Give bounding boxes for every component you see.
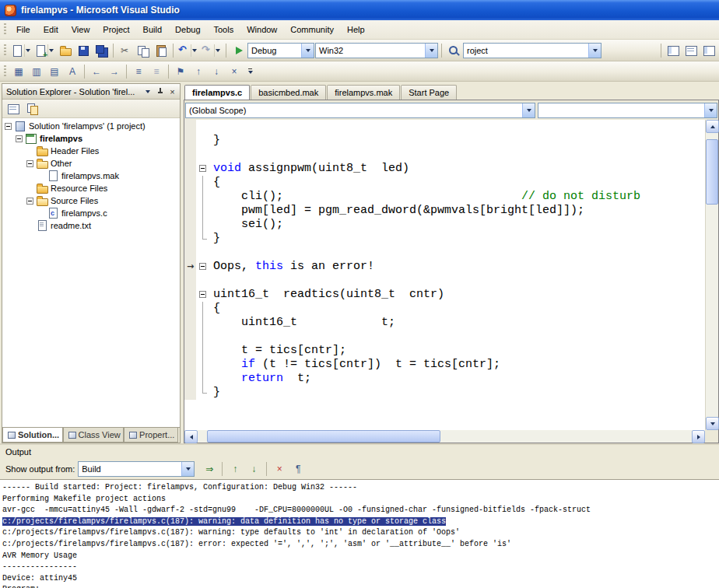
scroll-up-button[interactable] — [706, 120, 719, 133]
next-message-button[interactable]: ↓ — [245, 460, 262, 478]
previous-bookmark-button[interactable]: ↑ — [190, 63, 207, 80]
decrease-indent-button[interactable]: ← — [88, 63, 105, 80]
scrollbar-thumb[interactable] — [207, 430, 440, 443]
tree-item-firelampvs[interactable]: firelampvs — [2, 132, 180, 145]
menu-edit[interactable]: Edit — [37, 22, 65, 37]
fold-collapse-icon[interactable] — [199, 291, 206, 298]
chevron-down-icon[interactable] — [47, 44, 54, 57]
panel-tab-class-view[interactable]: Class View — [63, 428, 125, 443]
menu-tools[interactable]: Tools — [208, 22, 240, 37]
undo-button[interactable] — [177, 42, 199, 59]
cut-button[interactable] — [117, 42, 134, 59]
toolbar-grip[interactable] — [4, 44, 6, 57]
member-combo[interactable] — [538, 103, 717, 118]
scrollbar-thumb[interactable] — [706, 139, 718, 205]
menu-file[interactable]: File — [10, 22, 37, 37]
toolbar-options-button[interactable] — [245, 64, 255, 79]
output-source-combo[interactable]: Build — [78, 461, 195, 477]
chevron-down-icon[interactable] — [704, 103, 717, 117]
panel-tab-solution[interactable]: Solution... — [2, 428, 63, 443]
window-position-button[interactable] — [142, 86, 153, 97]
uncomment-selection-button[interactable]: ≡ — [148, 63, 165, 80]
menu-window[interactable]: Window — [240, 22, 283, 37]
member-list-button[interactable]: ▦ — [10, 63, 27, 80]
tree-item-resource-files[interactable]: Resource Files — [2, 182, 180, 194]
tree-expander[interactable] — [26, 160, 33, 167]
chevron-down-icon[interactable] — [301, 44, 314, 58]
chevron-down-icon[interactable] — [214, 44, 221, 57]
menu-community[interactable]: Community — [284, 22, 340, 37]
tree-item-firelampvs-mak[interactable]: firelampvs.mak — [2, 170, 180, 182]
menu-help[interactable]: Help — [341, 22, 371, 37]
solution-platforms-combo[interactable]: Win32 — [315, 43, 438, 58]
tree-expander[interactable] — [26, 198, 33, 205]
auto-hide-pin-button[interactable] — [154, 86, 166, 97]
menu-debug[interactable]: Debug — [169, 22, 206, 37]
tree-item-solution-firelampvs-1-project[interactable]: Solution 'firelampvs' (1 project) — [2, 120, 180, 132]
toggle-word-wrap-button[interactable]: ¶ — [289, 460, 307, 478]
solution-explorer-titlebar[interactable]: Solution Explorer - Solution 'firel... × — [2, 84, 180, 100]
tree-item-source-files[interactable]: Source Files — [2, 194, 180, 207]
horizontal-scrollbar[interactable] — [184, 430, 705, 443]
tree-item-header-files[interactable]: Header Files — [2, 145, 180, 157]
chevron-down-icon[interactable] — [181, 462, 194, 476]
comment-selection-button[interactable]: ≡ — [130, 63, 147, 80]
tree-expander[interactable] — [16, 135, 23, 142]
document-tab-firelampvs-c[interactable]: firelampvs.c — [184, 85, 250, 100]
new-project-button[interactable] — [10, 42, 33, 59]
increase-indent-button[interactable]: → — [106, 63, 123, 80]
tree-item-readme-txt[interactable]: readme.txt — [2, 219, 180, 232]
tree-item-firelampvs-c[interactable]: firelampvs.c — [2, 207, 180, 219]
quick-info-button[interactable]: ▤ — [46, 63, 63, 80]
solution-explorer-button[interactable] — [665, 42, 682, 59]
fold-collapse-icon[interactable] — [199, 165, 206, 172]
scroll-down-button[interactable] — [706, 417, 719, 430]
tree-expander[interactable] — [5, 123, 12, 130]
chevron-down-icon[interactable] — [522, 103, 535, 117]
show-all-files-button[interactable] — [23, 100, 40, 117]
redo-button[interactable] — [200, 42, 223, 59]
menu-build[interactable]: Build — [137, 22, 168, 37]
scroll-right-button[interactable] — [692, 430, 705, 443]
open-file-button[interactable] — [57, 42, 74, 59]
chevron-down-icon[interactable] — [588, 44, 601, 58]
scroll-left-button[interactable] — [184, 430, 198, 443]
toolbar-grip[interactable] — [4, 65, 6, 78]
scope-combo[interactable]: (Global Scope) — [185, 103, 535, 118]
panel-tab-propert[interactable]: Propert... — [124, 428, 178, 443]
document-tab-firelampvs-mak[interactable]: firelampvs.mak — [327, 85, 400, 100]
close-button[interactable]: × — [167, 86, 178, 97]
chevron-down-icon[interactable] — [425, 44, 437, 58]
scrollbar-track[interactable] — [198, 430, 692, 443]
start-debugging-button[interactable] — [230, 42, 247, 59]
output-log[interactable]: ------ Build started: Project: firelampv… — [0, 479, 719, 588]
save-all-button[interactable] — [93, 42, 110, 59]
title-bar[interactable]: firelampvs - Microsoft Visual Studio — [0, 0, 719, 20]
properties-button[interactable] — [5, 100, 22, 117]
copy-button[interactable] — [135, 42, 152, 59]
menu-view[interactable]: View — [65, 22, 96, 37]
add-new-item-button[interactable] — [33, 42, 56, 59]
scrollbar-track[interactable] — [706, 133, 718, 417]
document-tab-start-page[interactable]: Start Page — [401, 85, 457, 100]
properties-window-button[interactable] — [682, 42, 700, 59]
find-button[interactable] — [445, 42, 462, 59]
complete-word-button[interactable]: A — [64, 63, 81, 80]
fold-collapse-icon[interactable] — [199, 263, 206, 270]
clear-bookmarks-button[interactable]: × — [226, 63, 243, 80]
previous-message-button[interactable]: ↑ — [226, 460, 244, 478]
goto-message-button[interactable]: ⇒ — [201, 460, 218, 478]
toolbar-grip[interactable] — [4, 23, 6, 36]
solution-configurations-combo[interactable]: Debug — [247, 43, 314, 58]
clear-all-button[interactable]: × — [271, 460, 288, 478]
vertical-scrollbar[interactable] — [705, 120, 718, 430]
toolbox-button[interactable] — [700, 42, 717, 59]
tree-item-other[interactable]: Other — [2, 157, 180, 170]
save-button[interactable] — [75, 42, 92, 59]
toggle-bookmark-button[interactable]: ⚑ — [172, 63, 189, 80]
parameter-info-button[interactable]: ▥ — [28, 63, 45, 80]
next-bookmark-button[interactable]: ↓ — [208, 63, 225, 80]
document-tab-basicmbed-mak[interactable]: basicmbed.mak — [251, 85, 326, 100]
chevron-down-icon[interactable] — [24, 44, 31, 57]
chevron-down-icon[interactable] — [191, 44, 198, 57]
